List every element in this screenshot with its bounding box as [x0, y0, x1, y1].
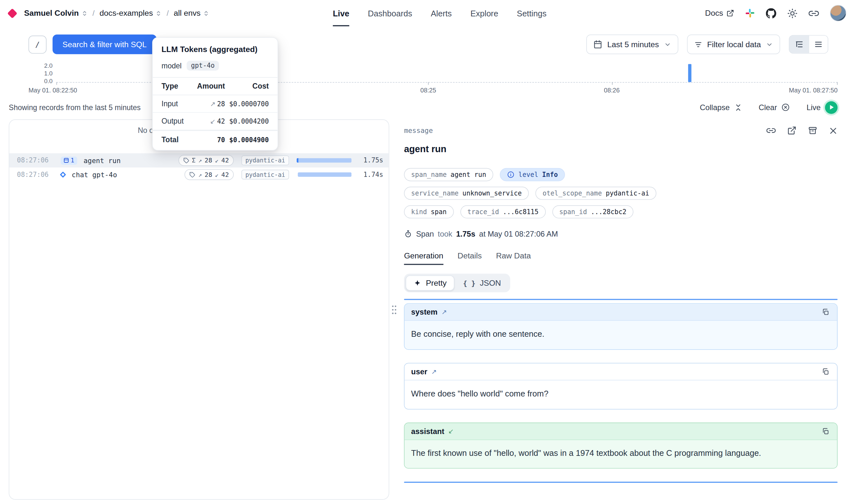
- llm-tokens-chip[interactable]: ↗ 28 ↙ 42: [185, 169, 234, 180]
- share-link-button[interactable]: [808, 8, 819, 18]
- time-range-value: Last 5 minutes: [607, 40, 659, 49]
- environment-selector[interactable]: all envs: [174, 9, 209, 17]
- tag-icon: [189, 172, 196, 178]
- row-label: Total: [162, 136, 194, 144]
- message-card-assistant: assistant ↙ The first known use of "hell…: [404, 422, 837, 469]
- list-tree-icon: [795, 40, 803, 49]
- badge-key: otel_scope_name: [543, 190, 602, 197]
- app-viewport: Samuel Colvin / docs-examples / all envs: [0, 0, 854, 504]
- chevron-down-icon: [766, 41, 773, 48]
- github-icon: [766, 8, 776, 18]
- clear-button[interactable]: Clear: [759, 103, 790, 112]
- trace-row-agent-run[interactable]: 08:27:06 1 agent run Σ ↗ 28 ↙ 42: [9, 153, 389, 167]
- nav-item-settings[interactable]: Settings: [517, 0, 546, 26]
- copy-message-button[interactable]: [821, 366, 831, 377]
- badge-span-id[interactable]: span_id ...28cbc2: [552, 205, 633, 218]
- scroll-bottom-rule: [404, 482, 837, 483]
- span-name: agent run: [84, 156, 121, 165]
- copy-link-button[interactable]: [766, 126, 776, 135]
- nav-item-dashboards[interactable]: Dashboards: [368, 0, 412, 26]
- docs-label: Docs: [705, 9, 723, 17]
- y-tick: 2.0: [9, 62, 52, 69]
- record-count-bar[interactable]: [688, 64, 692, 82]
- nav-item-live[interactable]: Live: [333, 0, 349, 26]
- message-text: Where does "hello world" come from?: [411, 388, 831, 399]
- tooltip-row-input: Input ↗ 28 $0.0000700: [153, 95, 278, 113]
- tab-generation[interactable]: Generation: [404, 251, 443, 265]
- top-nav: Samuel Colvin / docs-examples / all envs: [0, 0, 854, 26]
- tooltip-table-header: Type Amount Cost: [153, 78, 278, 95]
- x-tick-label: May 01. 08:27:50: [789, 87, 838, 93]
- tab-details[interactable]: Details: [457, 251, 482, 265]
- collapse-label: Collapse: [700, 103, 730, 112]
- badge-value: unknown_service: [462, 190, 522, 197]
- time-range-select[interactable]: Last 5 minutes: [586, 34, 678, 54]
- user-avatar[interactable]: [830, 5, 846, 21]
- message-role: assistant: [411, 427, 445, 435]
- badge-value: span: [431, 208, 447, 216]
- external-link-icon: [727, 9, 734, 17]
- attribute-badges: span_name agent run level Info service_n…: [404, 168, 837, 218]
- x-tick-mark: [612, 82, 613, 85]
- archive-view-button[interactable]: [808, 126, 817, 135]
- child-count-badge[interactable]: 1: [61, 156, 77, 165]
- badge-value: Info: [542, 171, 558, 179]
- badge-span-name[interactable]: span_name agent run: [404, 168, 493, 181]
- slack-button[interactable]: [745, 8, 755, 18]
- tooltip-title: LLM Tokens (aggregated): [153, 45, 278, 54]
- copy-message-button[interactable]: [821, 307, 831, 317]
- badge-otel-scope-name[interactable]: otel_scope_name pydantic-ai: [535, 186, 657, 200]
- sparkle-icon: [413, 279, 421, 287]
- copy-message-button[interactable]: [821, 426, 831, 436]
- main-nav: Live Dashboards Alerts Explore Settings: [333, 0, 547, 26]
- copy-icon: [822, 367, 829, 375]
- sent-arrow-icon: ↗: [441, 308, 447, 316]
- org-selector[interactable]: Samuel Colvin: [24, 9, 88, 17]
- input-tokens: 28: [204, 171, 212, 179]
- badge-level[interactable]: level Info: [500, 168, 565, 181]
- pretty-view-button[interactable]: Pretty: [405, 275, 454, 291]
- open-in-new-button[interactable]: [787, 126, 797, 135]
- panel-resize-handle[interactable]: [390, 304, 398, 315]
- list-view-button[interactable]: [808, 36, 828, 53]
- github-button[interactable]: [766, 8, 776, 18]
- badge-trace-id[interactable]: trace_id ...6c8115: [460, 205, 546, 218]
- nav-item-alerts[interactable]: Alerts: [431, 0, 452, 26]
- filter-local-data-select[interactable]: Filter local data: [687, 34, 780, 54]
- json-view-button[interactable]: { } JSON: [455, 275, 509, 291]
- badge-service-name[interactable]: service_name unknown_service: [404, 186, 529, 200]
- tag-icon: [183, 157, 189, 163]
- tree-view-button[interactable]: [789, 36, 809, 53]
- model-value-chip: gpt-4o: [186, 61, 219, 71]
- trace-row-chat-gpt-4o[interactable]: 08:27:06 chat gpt-4o ↗ 28 ↙ 42 pydantic-…: [9, 167, 389, 182]
- duration-bar: [297, 158, 351, 163]
- tab-raw-data[interactable]: Raw Data: [496, 251, 531, 265]
- llm-tokens-chip[interactable]: Σ ↗ 28 ↙ 42: [178, 155, 234, 166]
- tooltip-row-output: Output ↙ 42 $0.0004200: [153, 113, 278, 130]
- records-timeline-chart: 2.0 1.0 0.0 May 01. 08:22:50 08:25 08:26…: [9, 58, 838, 97]
- row-label: Output: [162, 117, 194, 126]
- nav-item-explore[interactable]: Explore: [470, 0, 498, 26]
- row-cost: $0.0004900: [229, 136, 269, 144]
- showing-records-text: Showing records from the last 5 minutes: [9, 103, 141, 111]
- project-selector[interactable]: docs-examples: [99, 9, 162, 17]
- clear-label: Clear: [759, 103, 777, 112]
- slack-icon: [745, 8, 755, 18]
- badge-key: service_name: [411, 190, 459, 197]
- docs-link[interactable]: Docs: [705, 9, 734, 17]
- collapse-button[interactable]: Collapse: [700, 103, 742, 112]
- chevron-updown-icon: [203, 10, 209, 17]
- close-panel-button[interactable]: [829, 126, 838, 135]
- theme-toggle-button[interactable]: [787, 8, 798, 18]
- search-filter-button[interactable]: Search & filter with SQL: [53, 34, 157, 54]
- col-type: Type: [162, 82, 194, 91]
- stopwatch-icon: [404, 230, 412, 238]
- duration-bar: [298, 173, 351, 177]
- rows-icon: [814, 40, 823, 49]
- span-title: agent run: [404, 144, 837, 155]
- live-toggle[interactable]: Live: [806, 101, 838, 114]
- y-tick: 0.0: [9, 78, 52, 84]
- y-tick: 1.0: [9, 70, 52, 76]
- collapse-icon: [734, 103, 742, 111]
- badge-kind[interactable]: kind span: [404, 205, 454, 218]
